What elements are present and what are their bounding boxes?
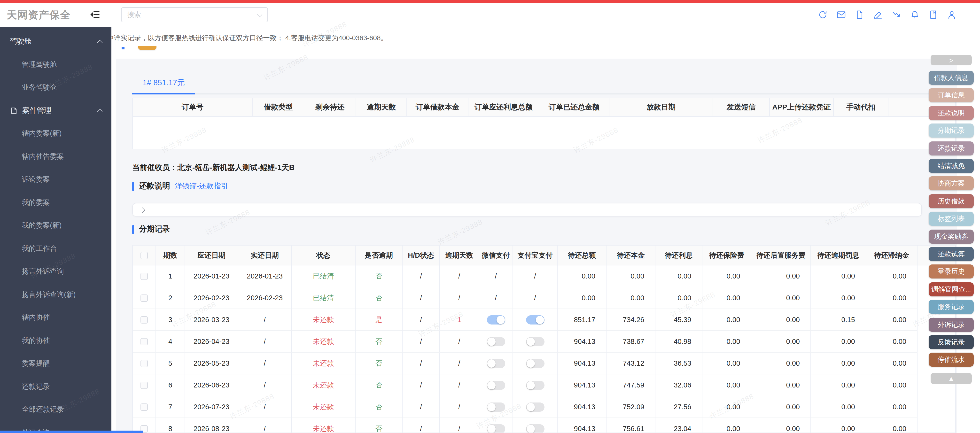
sidebar-item[interactable]: 辖内催告委案 [0, 145, 111, 168]
installment-cell: 2026-02-23 [238, 287, 292, 309]
installment-cell: 0.00 [702, 396, 751, 418]
trend-icon[interactable] [891, 10, 902, 20]
refresh-icon[interactable] [818, 10, 828, 20]
sidebar-item[interactable]: 我的协催 [0, 329, 111, 352]
sidebar-item[interactable]: 委案提醒 [0, 352, 111, 375]
rail-button[interactable]: 还款说明 [929, 106, 974, 120]
installment-cell: / [440, 331, 479, 353]
installment-row: 82026-08-23/未还款否//904.13756.6123.040.000… [133, 418, 955, 433]
checkbox-cell [133, 353, 156, 374]
rail-button[interactable]: 调解官网查... [929, 282, 974, 296]
row-checkbox[interactable] [140, 316, 148, 323]
wechat-pay-toggle[interactable] [487, 380, 505, 390]
installment-cell [513, 309, 558, 331]
rail-button[interactable]: 协商方案 [929, 176, 974, 190]
sidebar-item[interactable]: 管理驾驶舱 [0, 53, 111, 76]
installment-cell [479, 374, 513, 396]
installment-cell: 0.00 [751, 374, 811, 396]
installment-cell: / [402, 353, 440, 374]
rail-button[interactable]: 停催流水 [929, 353, 974, 367]
mail-icon[interactable] [836, 10, 846, 20]
rail-button[interactable]: 订单信息 [929, 88, 974, 102]
sidebar-item[interactable]: 还款记录 [0, 375, 111, 398]
alipay-pay-toggle[interactable] [526, 380, 544, 390]
sidebar-section-0[interactable]: 驾驶舱 [0, 30, 111, 53]
installment-cell: 0.00 [751, 396, 811, 418]
installment-cell: 1 [440, 309, 479, 331]
rail-button[interactable]: 登录历史 [929, 264, 974, 279]
installment-cell: 0.00 [751, 418, 811, 433]
search-input[interactable] [122, 8, 248, 21]
alipay-pay-toggle[interactable] [526, 359, 544, 368]
installment-cell: 904.13 [558, 418, 606, 433]
wechat-pay-toggle[interactable] [487, 402, 505, 411]
wechat-pay-toggle[interactable] [487, 315, 505, 324]
rail-button[interactable]: 历史借款 [929, 194, 974, 208]
wechat-pay-toggle[interactable] [487, 424, 505, 433]
rail-button[interactable]: 服务记录 [929, 300, 974, 314]
checkbox-cell [133, 331, 156, 353]
sidebar-item[interactable]: 我的委案(新) [0, 214, 111, 237]
edit-icon[interactable] [873, 10, 883, 20]
notice-marquee-text: 中详实记录，以方便客服热线进行确认保证双方口径一致； 4.客服电话变更为400-… [111, 34, 388, 43]
installment-cell: 2026-01-23 [238, 266, 292, 287]
sidebar-item[interactable]: 诉讼委案 [0, 168, 111, 191]
tab-strip-line [132, 94, 950, 94]
rail-button[interactable]: 现金奖励券 [929, 229, 974, 244]
installment-cell: 0.00 [702, 418, 751, 433]
installment-cell: / [238, 396, 292, 418]
sidebar-item[interactable]: 业务驾驶仓 [0, 76, 111, 99]
installment-cell: 747.59 [606, 374, 655, 396]
menu-fold-icon[interactable] [90, 9, 100, 20]
row-checkbox[interactable] [140, 381, 148, 389]
row-checkbox[interactable] [140, 294, 148, 301]
tab-order-1[interactable]: 1# 851.17元 [132, 74, 195, 92]
installment-cell: 0.00 [811, 396, 866, 418]
installment-cell: 2026-03-23 [185, 309, 238, 331]
rail-button[interactable]: 借款人信息 [929, 71, 974, 85]
rail-button[interactable]: 反馈记录 [929, 335, 974, 349]
rail-button[interactable]: 结清减免 [929, 159, 974, 173]
alipay-pay-toggle[interactable] [526, 424, 544, 433]
bell-icon[interactable] [910, 10, 920, 20]
notebook-icon[interactable] [928, 10, 938, 20]
alipay-pay-toggle[interactable] [526, 315, 544, 324]
rail-button[interactable]: 外诉记录 [929, 318, 974, 332]
sidebar-item[interactable]: 辖内委案(新) [0, 122, 111, 145]
alipay-pay-toggle[interactable] [526, 337, 544, 346]
repay-note-section-header: 还款说明 洋钱罐-还款指引 [132, 181, 228, 191]
bottom-blue-bar [0, 431, 143, 433]
rail-button[interactable]: 标签列表 [929, 212, 974, 226]
repay-guide-link[interactable]: 洋钱罐-还款指引 [175, 181, 228, 191]
sidebar-item[interactable]: 辖内协催 [0, 306, 111, 329]
file-icon[interactable] [854, 10, 865, 20]
sidebar-section-1[interactable]: 案件管理 [0, 99, 111, 122]
row-checkbox[interactable] [140, 403, 148, 411]
rail-scroll-up-button[interactable]: ▲ [931, 373, 972, 384]
chevron-down-icon[interactable] [257, 12, 262, 18]
select-all-checkbox[interactable] [140, 252, 148, 259]
rail-button[interactable]: 还款记录 [929, 142, 974, 156]
row-checkbox[interactable] [140, 338, 148, 345]
sidebar-item[interactable]: 扬言外诉查询 [0, 260, 111, 283]
alipay-pay-toggle[interactable] [526, 402, 544, 411]
wechat-pay-toggle[interactable] [487, 337, 505, 346]
installment-cell: / [440, 353, 479, 374]
installment-cell: 0.00 [811, 331, 866, 353]
wechat-pay-toggle[interactable] [487, 359, 505, 368]
row-checkbox[interactable] [140, 360, 148, 367]
installment-cell: 5 [156, 353, 185, 374]
installment-cell: / [402, 331, 440, 353]
collapse-panel[interactable] [132, 203, 922, 216]
rail-button[interactable]: 分期记录 [929, 124, 974, 138]
sidebar-item[interactable]: 我的委案 [0, 191, 111, 214]
installment-cell: 0.00 [702, 331, 751, 353]
rail-expand-button[interactable]: > [931, 55, 972, 65]
sidebar-item[interactable]: 扬言外诉查询(新) [0, 283, 111, 306]
user-icon[interactable] [947, 10, 957, 20]
sidebar-item[interactable]: 我的工作台 [0, 237, 111, 260]
rail-button[interactable]: 还款试算 [929, 247, 974, 261]
row-checkbox[interactable] [140, 272, 148, 280]
sidebar-item[interactable]: 全部还款记录 [0, 398, 111, 421]
installment-cell: 0.00 [866, 287, 918, 309]
